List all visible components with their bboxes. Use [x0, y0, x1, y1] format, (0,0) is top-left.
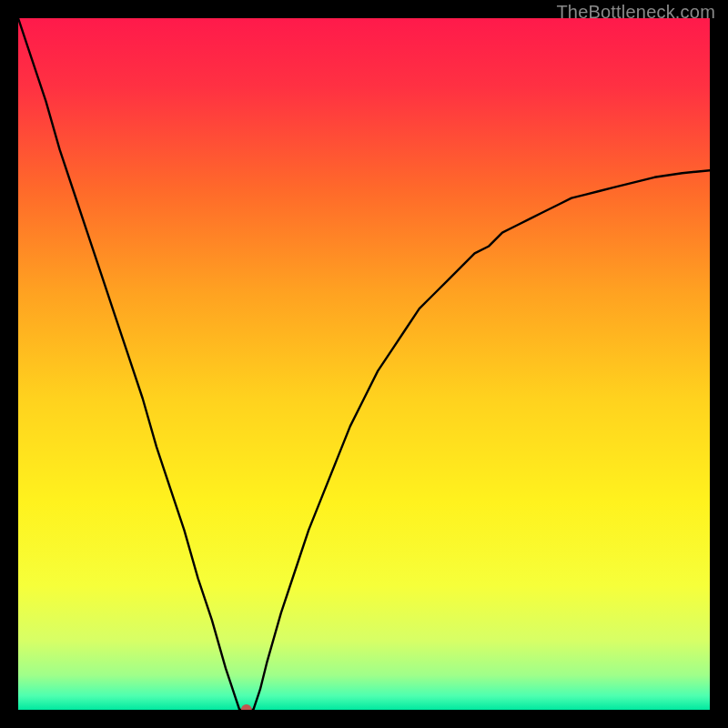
chart-background-gradient	[18, 18, 710, 710]
chart-frame: TheBottleneck.com	[0, 0, 728, 728]
bottleneck-chart	[18, 18, 710, 710]
